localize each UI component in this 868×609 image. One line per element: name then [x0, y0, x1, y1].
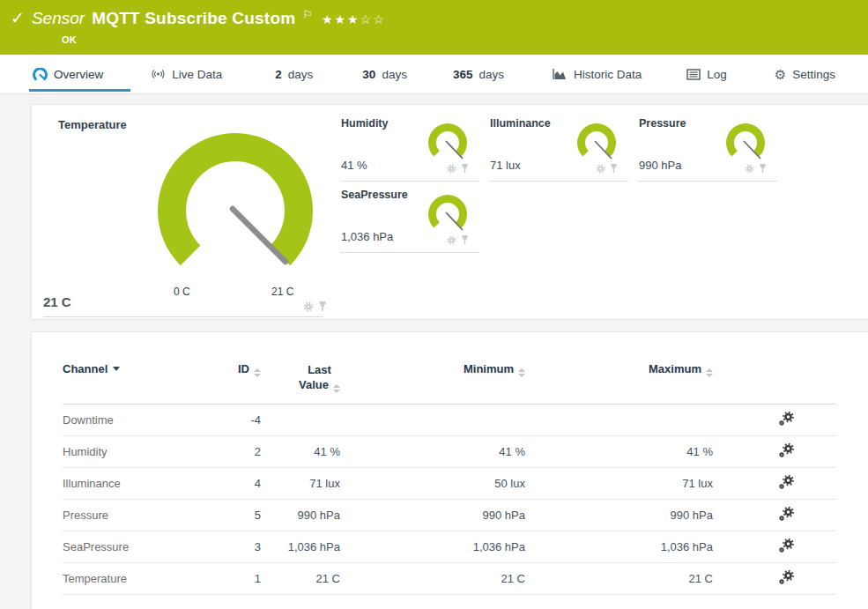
column-header-last-value[interactable]: Last Value — [261, 350, 340, 405]
tab-label: days — [479, 68, 504, 81]
channel-name-cell: Pressure — [63, 500, 226, 531]
gauge-name: Pressure — [639, 117, 686, 130]
gauge-pin-icon[interactable] — [461, 233, 469, 249]
gauge-name: Temperature — [58, 118, 127, 131]
column-label: Value — [299, 378, 329, 391]
channel-maximum-cell: 1,036 hPa — [525, 531, 713, 563]
channel-minimum-cell — [340, 405, 525, 436]
channel-minimum-cell: 1,036 hPa — [340, 531, 525, 563]
tab-day-count: 2 — [275, 68, 282, 81]
gauge-settings-gear-icon[interactable] — [447, 233, 456, 249]
tab-30-days[interactable]: 30 days — [359, 68, 411, 81]
channel-settings-gears-icon[interactable] — [778, 475, 794, 493]
sort-icon — [518, 368, 525, 377]
channel-last-value-cell: 41 % — [261, 436, 340, 468]
channel-maximum-cell: 21 C — [525, 563, 713, 595]
tab-day-count: 365 — [453, 68, 473, 81]
channel-table: Channel ID Last Value Minimum — [63, 350, 836, 595]
small-gauge-cell: Illuminance 71 lux — [489, 112, 630, 183]
channel-actions-cell — [713, 531, 836, 563]
channel-last-value-cell: 990 hPa — [261, 500, 340, 531]
channel-row: Temperature 1 21 C 21 C 21 C — [63, 563, 836, 595]
channel-last-value-cell: 1,036 hPa — [261, 531, 340, 563]
column-label: ID — [238, 362, 249, 375]
tab-365-days[interactable]: 365 days — [449, 68, 508, 81]
tab-label: days — [382, 68, 407, 81]
small-gauge-cell: Humidity 41 % — [340, 112, 481, 183]
channel-actions-cell — [713, 405, 836, 436]
gauge-settings-gear-icon[interactable] — [596, 161, 605, 177]
gauge-settings-gear-icon[interactable] — [303, 300, 314, 316]
primary-gauge-temperature: Temperature 0 C 21 C 21 C — [32, 105, 336, 319]
tab-label: Overview — [54, 68, 103, 81]
small-gauges-grid: Humidity 41 % — [340, 112, 816, 255]
object-kind-label: Sensor — [32, 7, 85, 30]
tab-label: Settings — [792, 68, 835, 81]
gauge-pin-icon[interactable] — [759, 161, 767, 177]
column-header-minimum[interactable]: Minimum — [340, 350, 525, 405]
small-gauge-cell: SeaPressure 1,036 hPa — [340, 183, 481, 255]
tab-live-data[interactable]: Live Data — [147, 67, 226, 81]
channel-settings-gears-icon[interactable] — [778, 538, 794, 556]
column-header-channel[interactable]: Channel — [63, 350, 226, 405]
gauge-settings-gear-icon[interactable] — [745, 161, 754, 177]
channel-minimum-cell: 990 hPa — [340, 500, 525, 531]
channel-settings-gears-icon[interactable] — [778, 443, 794, 461]
channel-last-value-cell: 71 lux — [261, 468, 340, 500]
channel-name-cell: Illuminance — [63, 468, 226, 500]
channel-id-cell: -4 — [226, 405, 261, 436]
broadcast-icon — [151, 67, 166, 81]
channel-name-cell: Temperature — [63, 563, 226, 595]
gauge-name: SeaPressure — [341, 189, 408, 201]
channel-row: Pressure 5 990 hPa 990 hPa 990 hPa — [63, 500, 836, 531]
priority-stars[interactable]: ★★★☆☆ — [322, 8, 386, 31]
channel-table-panel: Channel ID Last Value Minimum — [31, 331, 868, 609]
gear-icon: ⚙ — [775, 68, 786, 81]
channel-actions-cell — [713, 436, 836, 468]
tab-log[interactable]: Log — [682, 67, 731, 81]
gauge-scale-min: 0 C — [174, 286, 190, 298]
gauges-panel: Temperature 0 C 21 C 21 C — [31, 104, 868, 320]
gauge-settings-gear-icon[interactable] — [447, 161, 456, 177]
gauge-name: Humidity — [341, 117, 388, 130]
gauge-divider — [340, 252, 479, 253]
column-header-maximum[interactable]: Maximum — [525, 350, 713, 405]
gauge-current-value: 21 C — [43, 294, 71, 309]
gauge-scale-max: 21 C — [271, 286, 293, 298]
area-chart-icon — [553, 67, 568, 81]
tab-label: days — [288, 68, 314, 81]
gauge-pin-icon[interactable] — [610, 161, 618, 177]
channel-last-value-cell — [261, 405, 340, 436]
channel-minimum-cell: 41 % — [340, 436, 525, 468]
flag-icon[interactable]: ⚐ — [302, 4, 313, 26]
channel-settings-gears-icon[interactable] — [778, 507, 794, 524]
channel-id-cell: 1 — [226, 563, 261, 595]
tab-2-days[interactable]: 2 days — [271, 68, 316, 81]
channel-settings-gears-icon[interactable] — [778, 412, 794, 429]
gauge-divider — [340, 181, 479, 182]
channel-id-cell: 5 — [226, 500, 261, 531]
gauge-icon — [33, 67, 48, 81]
channel-settings-gears-icon[interactable] — [778, 570, 794, 588]
gauge-pin-icon[interactable] — [318, 300, 327, 316]
tab-label: Historic Data — [574, 68, 642, 81]
tab-settings[interactable]: ⚙ Settings — [771, 68, 839, 81]
channel-actions-cell — [713, 468, 836, 500]
tab-label: Log — [707, 68, 727, 81]
channel-name-cell: Downtime — [63, 405, 226, 436]
channel-name-cell: Humidity — [63, 436, 226, 468]
gauge-divider — [489, 181, 628, 182]
gauge-pin-icon[interactable] — [461, 161, 469, 177]
gauge-divider — [638, 181, 777, 182]
channel-name-cell: SeaPressure — [63, 531, 226, 563]
tab-overview[interactable]: Overview — [29, 67, 107, 81]
channel-row: Humidity 2 41 % 41 % 41 % — [63, 436, 836, 468]
gauge-current-value: 1,036 hPa — [341, 230, 393, 243]
channel-maximum-cell: 990 hPa — [525, 500, 713, 531]
channel-row: SeaPressure 3 1,036 hPa 1,036 hPa 1,036 … — [63, 531, 836, 563]
sort-desc-icon — [113, 367, 120, 371]
column-header-id[interactable]: ID — [226, 350, 261, 405]
column-label: Minimum — [464, 362, 514, 375]
gauge-current-value: 41 % — [341, 159, 367, 172]
tab-historic-data[interactable]: Historic Data — [549, 67, 645, 81]
